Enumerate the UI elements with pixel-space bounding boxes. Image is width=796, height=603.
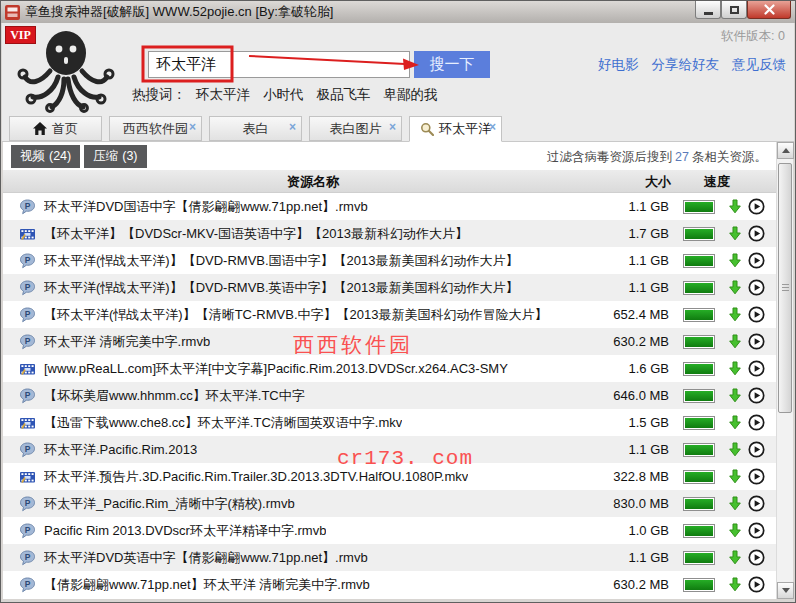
scroll-up-button[interactable] bbox=[777, 142, 794, 159]
maximize-button[interactable] bbox=[721, 1, 747, 19]
result-row[interactable]: P 环太平洋DVD国语中字【倩影翩翩www.71pp.net】.rmvb 1.1… bbox=[3, 193, 776, 220]
play-icon[interactable] bbox=[748, 333, 765, 350]
resource-name: 【环太平洋(悍战太平洋)】【清晰TC-RMVB.中字】【2013最新美国科幻动作… bbox=[44, 306, 547, 324]
play-icon[interactable] bbox=[748, 306, 765, 323]
speed-bar bbox=[683, 362, 715, 376]
result-row[interactable]: P 环太平洋_Pacific.Rim_清晰中字(精校).rmvb 830.0 M… bbox=[3, 490, 776, 517]
qvod-player-icon: P bbox=[19, 307, 36, 323]
download-icon[interactable] bbox=[729, 307, 741, 322]
hot-word[interactable]: 极品飞车 bbox=[317, 87, 371, 102]
tab-close-icon[interactable]: × bbox=[389, 121, 396, 133]
tab-close-icon[interactable]: × bbox=[189, 121, 196, 133]
qvod-player-icon: P bbox=[19, 550, 36, 566]
play-icon[interactable] bbox=[748, 360, 765, 377]
resource-name: 环太平洋(悍战太平洋)】【DVD-RMVB.国语中字】【2013最新美国科幻动作… bbox=[44, 252, 519, 270]
tab[interactable]: 西西软件园 × bbox=[109, 116, 202, 141]
result-row[interactable]: 【迅雷下载www.che8.cc】环太平洋.TC清晰国英双语中字.mkv 1.5… bbox=[3, 409, 776, 436]
tab[interactable]: 环太平洋 × bbox=[409, 116, 502, 142]
app-window: 章鱼搜索神器[破解版] WWW.52pojie.cn [By:拿破轮胎] VIP bbox=[0, 0, 796, 603]
play-icon[interactable] bbox=[748, 387, 765, 404]
download-icon[interactable] bbox=[729, 388, 741, 403]
result-row[interactable]: 环太平洋.预告片.3D.Pacific.Rim.Trailer.3D.2013.… bbox=[3, 463, 776, 490]
play-icon[interactable] bbox=[748, 252, 765, 269]
resource-name: 【坏坏美眉www.hhmm.cc】环太平洋.TC中字 bbox=[44, 387, 305, 405]
download-icon[interactable] bbox=[729, 280, 741, 295]
result-row[interactable]: P 环太平洋(悍战太平洋)】【DVD-RMVB.英语中字】【2013最新美国科幻… bbox=[3, 274, 776, 301]
speed-bar bbox=[683, 335, 715, 349]
download-icon[interactable] bbox=[729, 415, 741, 430]
resource-size: 1.7 GB bbox=[574, 226, 669, 241]
header-link[interactable]: 意见反馈 bbox=[732, 56, 786, 74]
download-icon[interactable] bbox=[729, 226, 741, 241]
result-row[interactable]: P 环太平洋(悍战太平洋)】【DVD-RMVB.国语中字】【2013最新美国科幻… bbox=[3, 247, 776, 274]
result-info-prefix: 过滤含病毒资源后搜到 bbox=[547, 150, 672, 164]
play-icon[interactable] bbox=[748, 225, 765, 242]
hot-word[interactable]: 环太平洋 bbox=[196, 87, 250, 102]
filter-button[interactable]: 压缩 (3) bbox=[84, 145, 146, 168]
download-icon[interactable] bbox=[729, 577, 741, 592]
resource-size: 630.2 MB bbox=[574, 577, 669, 592]
hot-words: 环太平洋小时代极品飞车卑鄙的我 bbox=[196, 86, 451, 104]
speed-bar bbox=[683, 497, 715, 511]
table-header: 资源名称 大小 速度 bbox=[3, 170, 793, 193]
scrollbar[interactable] bbox=[776, 142, 793, 599]
speed-bar-fill bbox=[685, 499, 713, 509]
tab-close-icon[interactable]: × bbox=[489, 121, 496, 133]
result-row[interactable]: [www.pReaLL.com]环太平洋[中文字幕]Pacific.Rim.20… bbox=[3, 355, 776, 382]
resource-name: 环太平洋DVD国语中字【倩影翩翩www.71pp.net】.rmvb bbox=[44, 198, 368, 216]
close-button[interactable] bbox=[747, 1, 791, 19]
search-input[interactable] bbox=[148, 51, 410, 78]
play-icon[interactable] bbox=[748, 279, 765, 296]
result-row[interactable]: P 【坏坏美眉www.hhmm.cc】环太平洋.TC中字 646.0 MB bbox=[3, 382, 776, 409]
play-icon[interactable] bbox=[748, 549, 765, 566]
titlebar[interactable]: 章鱼搜索神器[破解版] WWW.52pojie.cn [By:拿破轮胎] bbox=[1, 1, 795, 23]
column-header-name: 资源名称 bbox=[243, 173, 383, 191]
tab-label: 表白 bbox=[243, 120, 269, 138]
download-icon[interactable] bbox=[729, 550, 741, 565]
download-icon[interactable] bbox=[729, 469, 741, 484]
play-icon[interactable] bbox=[748, 414, 765, 431]
qvod-player-icon: P bbox=[19, 523, 36, 539]
window-title: 章鱼搜索神器[破解版] WWW.52pojie.cn [By:拿破轮胎] bbox=[25, 3, 333, 21]
close-icon bbox=[764, 4, 775, 15]
play-icon[interactable] bbox=[748, 198, 765, 215]
header-links: 好电影分享给好友意见反馈 bbox=[598, 56, 786, 74]
speed-bar bbox=[683, 578, 715, 592]
tab[interactable]: 首页 bbox=[9, 116, 102, 141]
tab-close-icon[interactable]: × bbox=[289, 121, 296, 133]
resource-size: 1.5 GB bbox=[574, 415, 669, 430]
play-icon[interactable] bbox=[748, 495, 765, 512]
filter-buttons: 视频 (24) 压缩 (3) bbox=[11, 145, 151, 168]
result-row[interactable]: 【环太平洋】【DVDScr-MKV-国语英语中字】【2013最新科幻动作大片】 … bbox=[3, 220, 776, 247]
play-icon[interactable] bbox=[748, 468, 765, 485]
hot-word[interactable]: 小时代 bbox=[263, 87, 304, 102]
download-icon[interactable] bbox=[729, 496, 741, 511]
download-icon[interactable] bbox=[729, 361, 741, 376]
result-row[interactable]: P 环太平洋 清晰完美中字.rmvb 630.2 MB bbox=[3, 328, 776, 355]
result-row[interactable]: P 【倩影翩翩www.71pp.net】环太平洋 清晰完美中字.rmvb 630… bbox=[3, 571, 776, 598]
hot-word[interactable]: 卑鄙的我 bbox=[384, 87, 438, 102]
scroll-down-button[interactable] bbox=[777, 582, 794, 599]
tab[interactable]: 表白 × bbox=[209, 116, 302, 141]
result-row[interactable]: P 【环太平洋(悍战太平洋)】【清晰TC-RMVB.中字】【2013最新美国科幻… bbox=[3, 301, 776, 328]
tab[interactable]: 表白图片 × bbox=[309, 116, 402, 141]
filter-button[interactable]: 视频 (24) bbox=[11, 145, 80, 168]
result-row[interactable]: P 环太平洋.Pacific.Rim.2013 1.1 GB bbox=[3, 436, 776, 463]
download-icon[interactable] bbox=[729, 334, 741, 349]
scrollbar-thumb[interactable] bbox=[778, 163, 792, 413]
header-link[interactable]: 好电影 bbox=[598, 56, 639, 74]
filter-label: 压缩 bbox=[93, 148, 118, 165]
download-icon[interactable] bbox=[729, 523, 741, 538]
minimize-button[interactable] bbox=[695, 1, 721, 19]
search-button[interactable]: 搜一下 bbox=[414, 51, 490, 78]
header-link[interactable]: 分享给好友 bbox=[652, 56, 720, 74]
resource-name: 环太平洋.预告片.3D.Pacific.Rim.Trailer.3D.2013.… bbox=[44, 468, 468, 486]
play-icon[interactable] bbox=[748, 576, 765, 593]
result-row[interactable]: P Pacific Rim 2013.DVDscr环太平洋精译中字.rmvb 1… bbox=[3, 517, 776, 544]
download-icon[interactable] bbox=[729, 253, 741, 268]
play-icon[interactable] bbox=[748, 441, 765, 458]
play-icon[interactable] bbox=[748, 522, 765, 539]
download-icon[interactable] bbox=[729, 442, 741, 457]
result-row[interactable]: P 环太平洋DVD英语中字【倩影翩翩www.71pp.net】.rmvb 1.1… bbox=[3, 544, 776, 571]
download-icon[interactable] bbox=[729, 199, 741, 214]
